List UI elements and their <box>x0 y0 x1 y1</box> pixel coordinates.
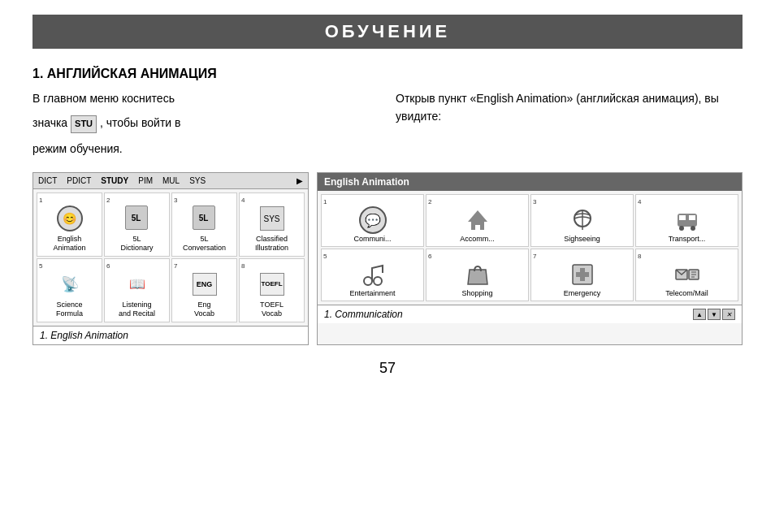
svg-point-9 <box>691 226 695 231</box>
engvocab-icon: ENG <box>190 270 219 299</box>
svg-rect-6 <box>679 215 686 220</box>
menu-item-classified[interactable]: 4 SYS ClassifiedIllustration <box>239 192 305 257</box>
nav-close-button[interactable]: ✕ <box>722 309 735 320</box>
menu-item-conversation[interactable]: 3 5L 5LConversation <box>171 192 237 257</box>
listening-icon: 📖 <box>123 270 152 299</box>
transport-icon <box>673 205 702 235</box>
right-item-telecom[interactable]: 8 Telecom/Mail <box>635 249 738 301</box>
page-number: 57 <box>0 360 775 377</box>
telecom-icon <box>673 260 702 289</box>
english-animation-icon: 😊 <box>55 204 84 233</box>
menu-bar: DICT PDICT STUDY PIM MUL SYS ▶ <box>33 173 308 189</box>
desc-right-text: Открыв пункт «English Animation» (англий… <box>396 89 743 126</box>
menu-arrow[interactable]: ▶ <box>292 175 308 187</box>
right-item-shopping[interactable]: 6 Shopping <box>426 249 529 301</box>
svg-point-8 <box>679 226 684 231</box>
description-area: В главном меню коснитесь значка STU , чт… <box>32 89 743 164</box>
desc-left-line2: значка STU , чтобы войти в <box>32 114 379 133</box>
toefl-icon: TOEFL <box>258 270 287 299</box>
right-item-entertainment[interactable]: 5 Entertainment <box>321 249 424 301</box>
menu-item-english-animation[interactable]: 1 😊 EnglishAnimation <box>37 192 102 257</box>
menu-pdict[interactable]: PDICT <box>62 175 96 187</box>
svg-rect-7 <box>689 215 695 220</box>
nav-up-button[interactable]: ▲ <box>693 309 706 320</box>
menu-item-toefl[interactable]: 8 TOEFL TOEFLVocab <box>239 258 305 322</box>
sightseeing-icon <box>568 205 597 235</box>
right-panel-header: English Animation <box>318 173 742 191</box>
right-item-transport[interactable]: 4 Transport... <box>635 194 738 247</box>
menu-item-dictionary[interactable]: 2 5L 5LDictionary <box>104 192 170 257</box>
right-panel-grid: 1 💬 Communi... 2 Accomm... 3 Si <box>318 191 742 305</box>
desc-left-line1: В главном меню коснитесь <box>32 89 379 107</box>
desc-left: В главном меню коснитесь значка STU , чт… <box>32 89 379 164</box>
menu-pim[interactable]: PIM <box>133 175 158 187</box>
right-panel: English Animation 1 💬 Communi... 2 Accom… <box>317 172 743 344</box>
svg-rect-2 <box>475 225 480 230</box>
svg-marker-0 <box>468 210 487 222</box>
left-panel-grid: 1 😊 EnglishAnimation 2 5L 5LDictionary 3 <box>33 189 308 325</box>
menu-study[interactable]: STUDY <box>96 175 133 187</box>
stu-badge: STU <box>71 115 97 133</box>
nav-buttons: ▲ ▼ ✕ <box>693 309 735 320</box>
right-panel-footer: 1. Communication ▲ ▼ ✕ <box>318 305 742 323</box>
svg-point-11 <box>374 277 382 285</box>
dictionary-icon: 5L <box>123 204 152 233</box>
panels-row: DICT PDICT STUDY PIM MUL SYS ▶ 1 😊 Engli… <box>32 172 743 344</box>
right-item-emergency[interactable]: 7 Emergency <box>530 249 634 301</box>
left-panel-footer: 1. English Animation <box>33 326 308 344</box>
menu-mul[interactable]: MUL <box>158 175 184 187</box>
menu-dict[interactable]: DICT <box>33 175 62 187</box>
menu-item-engvocab[interactable]: 7 ENG EngVocab <box>171 258 237 322</box>
svg-rect-14 <box>576 272 589 277</box>
header-bar: ОБУЧЕНИЕ <box>32 15 743 49</box>
menu-sys[interactable]: SYS <box>184 175 210 187</box>
entertainment-icon <box>358 260 388 289</box>
menu-item-listening[interactable]: 6 📖 Listeningand Recital <box>104 258 170 322</box>
right-item-sightseeing[interactable]: 3 Sighseeing <box>530 194 634 247</box>
conversation-icon: 5L <box>190 204 219 233</box>
emergency-icon <box>568 260 597 289</box>
menu-item-science[interactable]: 5 📡 ScienceFormula <box>37 258 102 322</box>
science-icon: 📡 <box>55 270 84 299</box>
nav-down-button[interactable]: ▼ <box>708 309 721 320</box>
shopping-icon <box>463 260 492 289</box>
left-panel: DICT PDICT STUDY PIM MUL SYS ▶ 1 😊 Engli… <box>32 172 309 344</box>
section-title: 1. АНГЛИЙСКАЯ АНИМАЦИЯ <box>32 67 743 81</box>
section-name: АНГЛИЙСКАЯ АНИМАЦИЯ <box>47 67 217 80</box>
svg-point-10 <box>364 277 372 285</box>
right-item-communication[interactable]: 1 💬 Communi... <box>321 194 424 247</box>
right-item-accommodation[interactable]: 2 Accomm... <box>426 194 529 247</box>
communication-icon: 💬 <box>358 205 388 235</box>
section-number: 1. <box>32 67 43 80</box>
desc-left-line3: режим обучения. <box>32 140 379 158</box>
classified-icon: SYS <box>258 204 287 233</box>
accommodation-icon <box>463 205 492 235</box>
desc-right: Открыв пункт «English Animation» (англий… <box>396 89 743 164</box>
header-title: ОБУЧЕНИЕ <box>32 21 743 42</box>
